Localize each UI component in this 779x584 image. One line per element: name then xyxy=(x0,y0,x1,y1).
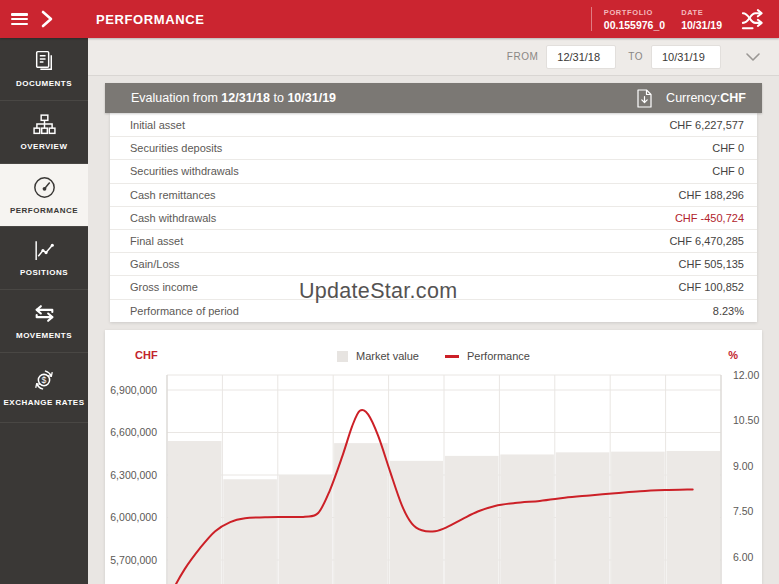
row-label: Gain/Loss xyxy=(130,258,180,270)
table-row: Final assetCHF 6,470,285 xyxy=(110,229,757,252)
to-date-input[interactable] xyxy=(651,45,721,69)
sidebar-item-positions[interactable]: POSITIONS xyxy=(0,227,88,290)
sidebar-item-movements[interactable]: MOVEMENTS xyxy=(0,290,88,353)
sidebar-item-label: POSITIONS xyxy=(20,268,68,279)
row-label: Securities withdrawals xyxy=(130,165,239,177)
legend-performance: Performance xyxy=(445,350,530,362)
performance-chart: 6,900,0006,600,0006,300,0006,000,0005,70… xyxy=(105,330,762,584)
sidebar-item-label: OVERVIEW xyxy=(21,142,68,153)
currency-value: CHF xyxy=(720,91,746,105)
svg-text:6.00: 6.00 xyxy=(733,551,754,563)
row-value: CHF 188,296 xyxy=(679,189,744,201)
row-value: CHF -450,724 xyxy=(675,212,744,224)
svg-text:$: $ xyxy=(42,375,47,385)
exchange-rates-icon: $ xyxy=(31,367,57,393)
chart-legend: Market value Performance xyxy=(105,348,762,364)
download-report-icon[interactable] xyxy=(637,89,652,108)
chevron-down-icon[interactable] xyxy=(745,52,761,62)
page-title: PERFORMANCE xyxy=(96,12,204,27)
performance-gauge-icon xyxy=(31,174,58,201)
svg-text:5,700,000: 5,700,000 xyxy=(110,554,157,566)
row-label: Performance of period xyxy=(130,305,239,317)
row-value: CHF 0 xyxy=(712,165,744,177)
row-label: Initial asset xyxy=(130,119,185,131)
sidebar-item-overview[interactable]: OVERVIEW xyxy=(0,101,88,164)
row-value: CHF 6,227,577 xyxy=(669,119,744,131)
sidebar-item-label: PERFORMANCE xyxy=(10,206,78,217)
portfolio-field: PORTFOLIO 00.155976_0 xyxy=(604,8,665,31)
svg-text:6,600,000: 6,600,000 xyxy=(110,426,157,438)
table-row: Securities depositsCHF 0 xyxy=(110,136,757,159)
svg-text:9.00: 9.00 xyxy=(733,460,754,472)
row-label: Final asset xyxy=(130,235,183,247)
overview-icon xyxy=(32,112,57,137)
legend-market-value: Market value xyxy=(337,350,419,362)
line-swatch-icon xyxy=(445,355,459,358)
svg-text:6,000,000: 6,000,000 xyxy=(110,511,157,523)
row-value: CHF 0 xyxy=(712,142,744,154)
date-value: 10/31/19 xyxy=(681,19,722,31)
right-axis-unit: % xyxy=(728,349,738,361)
table-row: Cash withdrawalsCHF -450,724 xyxy=(110,206,757,229)
evaluation-header: Evaluation from 12/31/18 to 10/31/19 Cur… xyxy=(105,83,762,113)
svg-text:7.50: 7.50 xyxy=(733,505,754,517)
sidebar-item-performance[interactable]: PERFORMANCE xyxy=(0,164,88,227)
sidebar-item-exchange-rates[interactable]: $ EXCHANGE RATES xyxy=(0,353,88,423)
svg-text:6,900,000: 6,900,000 xyxy=(110,384,157,396)
documents-icon xyxy=(32,49,57,74)
table-row: Gain/LossCHF 505,135 xyxy=(110,252,757,275)
sidebar-item-documents[interactable]: DOCUMENTS xyxy=(0,38,88,101)
from-label: FROM xyxy=(507,51,538,62)
table-row: Securities withdrawalsCHF 0 xyxy=(110,159,757,182)
portfolio-label: PORTFOLIO xyxy=(604,8,665,17)
portfolio-value: 00.155976_0 xyxy=(604,19,665,31)
sidebar-item-label: DOCUMENTS xyxy=(16,79,72,90)
date-field: DATE 10/31/19 xyxy=(681,8,722,31)
sidebar-nav: DOCUMENTS OVERVIEW PERFORMANCE xyxy=(0,38,88,584)
row-value: CHF 100,852 xyxy=(679,281,744,293)
row-label: Gross income xyxy=(130,281,198,293)
currency-label: Currency: xyxy=(666,91,720,105)
row-label: Cash withdrawals xyxy=(130,212,216,224)
bar-swatch-icon xyxy=(337,351,348,362)
divider xyxy=(591,7,592,31)
svg-text:12.00: 12.00 xyxy=(733,369,759,381)
positions-icon xyxy=(32,238,57,263)
svg-text:10.50: 10.50 xyxy=(733,414,759,426)
evaluation-title: Evaluation from 12/31/18 to 10/31/19 xyxy=(131,91,336,105)
row-label: Cash remittances xyxy=(130,189,216,201)
switch-portfolio-icon[interactable] xyxy=(740,8,767,31)
sidebar-item-label: MOVEMENTS xyxy=(16,331,72,342)
chevron-right-icon[interactable] xyxy=(40,10,54,28)
app-header: PERFORMANCE PORTFOLIO 00.155976_0 DATE 1… xyxy=(0,0,779,38)
from-date-input[interactable] xyxy=(546,45,616,69)
to-label: TO xyxy=(628,51,643,62)
row-value: CHF 6,470,285 xyxy=(669,235,744,247)
movements-icon xyxy=(32,301,57,326)
date-label: DATE xyxy=(681,8,722,17)
table-row: Cash remittancesCHF 188,296 xyxy=(110,183,757,206)
performance-chart-panel: 6,900,0006,600,0006,300,0006,000,0005,70… xyxy=(105,330,762,584)
menu-icon[interactable] xyxy=(11,13,28,25)
sidebar-item-label: EXCHANGE RATES xyxy=(3,398,84,409)
date-filter-bar: FROM TO xyxy=(88,38,779,76)
table-row: Initial assetCHF 6,227,577 xyxy=(110,113,757,136)
row-value: 8.23% xyxy=(713,305,744,317)
watermark-text: UpdateStar.com xyxy=(299,279,457,304)
row-value: CHF 505,135 xyxy=(679,258,744,270)
svg-text:6,300,000: 6,300,000 xyxy=(110,469,157,481)
row-label: Securities deposits xyxy=(130,142,222,154)
